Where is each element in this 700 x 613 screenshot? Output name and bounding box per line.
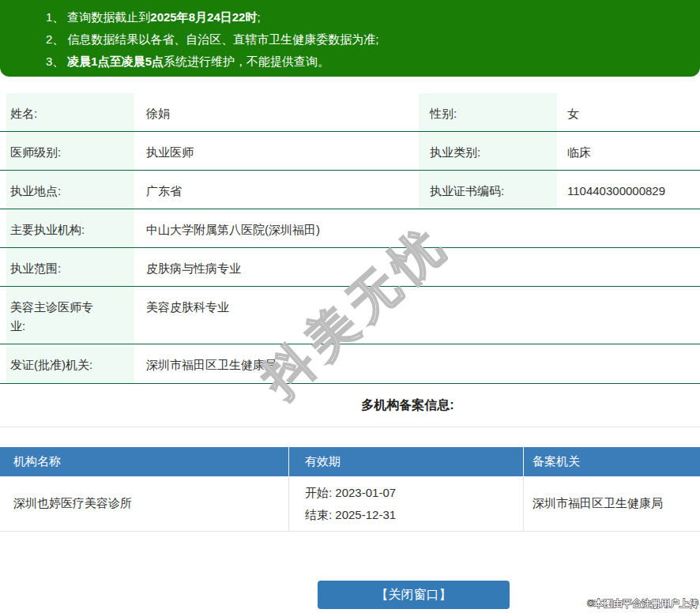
field-value-name: 徐娟 bbox=[134, 93, 419, 131]
notice-text-bold: 凌晨1点至凌晨5点 bbox=[67, 55, 164, 68]
license-query-result-page: 1、查询数据截止到2025年8月24日22时; 2、信息数据结果以各省、自治区、… bbox=[0, 0, 700, 613]
doctor-info-table: 姓名: 徐娟 性别: 女 医师级别: 执业医师 执业类别: 临床 执业地点: 广… bbox=[0, 93, 700, 384]
notice-number: 1、 bbox=[46, 10, 64, 24]
notice-text-tail: ; bbox=[257, 10, 260, 24]
field-value-certificate-number: 110440300000829 bbox=[557, 171, 700, 209]
notice-text-tail: 系统进行维护，不能提供查询。 bbox=[164, 55, 329, 68]
table-row: 主要执业机构: 中山大学附属第八医院(深圳福田) bbox=[0, 209, 700, 248]
table-row: 医师级别: 执业医师 执业类别: 临床 bbox=[0, 132, 700, 171]
field-value-gender: 女 bbox=[557, 93, 700, 131]
table-row: 深圳也婷医疗美容诊所 开始: 2023-01-07 结束: 2025-12-31… bbox=[0, 476, 700, 532]
field-label-main-institution: 主要执业机构: bbox=[0, 209, 134, 247]
notice-line-1: 1、查询数据截止到2025年8月24日22时; bbox=[46, 6, 684, 28]
field-label-doctor-level: 医师级别: bbox=[0, 132, 134, 170]
multi-institution-section-title: 多机构备案信息: bbox=[0, 397, 700, 414]
upload-credit-stamp: ©本图由平台注册用户上传 bbox=[587, 597, 698, 611]
field-value-practice-scope: 皮肤病与性病专业 bbox=[134, 248, 700, 286]
cell-institution-name: 深圳也婷医疗美容诊所 bbox=[0, 496, 288, 511]
field-label-issuing-authority: 发证(批准)机关: bbox=[0, 344, 134, 383]
field-label-practice-location: 执业地点: bbox=[0, 171, 134, 209]
notice-text: 信息数据结果以各省、自治区、直辖市卫生健康委数据为准; bbox=[67, 32, 378, 46]
notice-text: 查询数据截止到 bbox=[67, 10, 150, 24]
field-value-doctor-level: 执业医师 bbox=[134, 132, 419, 170]
notice-banner: 1、查询数据截止到2025年8月24日22时; 2、信息数据结果以各省、自治区、… bbox=[0, 0, 700, 77]
cell-validity-period: 开始: 2023-01-07 结束: 2025-12-31 bbox=[288, 476, 523, 531]
field-value-practice-category: 临床 bbox=[557, 132, 700, 170]
field-label-gender: 性别: bbox=[419, 93, 557, 131]
field-value-cosmetic-specialty: 美容皮肤科专业 bbox=[134, 287, 700, 344]
cell-filing-authority: 深圳市福田区卫生健康局 bbox=[523, 476, 700, 531]
field-label-cosmetic-specialty: 美容主诊医师专业: bbox=[0, 287, 134, 344]
field-label-certificate-number: 执业证书编码: bbox=[419, 171, 557, 209]
field-value-issuing-authority: 深圳市福田区卫生健康局 bbox=[134, 344, 700, 383]
validity-end-date: 结束: 2025-12-31 bbox=[305, 504, 523, 526]
filing-table-container: 机构名称 有效期 备案机关 深圳也婷医疗美容诊所 开始: 2023-01-07 … bbox=[0, 427, 700, 532]
table-row: 执业范围: 皮肤病与性病专业 bbox=[0, 248, 700, 287]
column-header-validity-period: 有效期 bbox=[288, 447, 523, 476]
notice-number: 3、 bbox=[46, 55, 64, 68]
table-row: 姓名: 徐娟 性别: 女 bbox=[0, 93, 700, 132]
column-header-filing-authority: 备案机关 bbox=[523, 447, 700, 476]
table-row: 执业地点: 广东省 执业证书编码: 110440300000829 bbox=[0, 171, 700, 209]
field-label-practice-category: 执业类别: bbox=[419, 132, 557, 170]
field-label-practice-scope: 执业范围: bbox=[0, 248, 134, 286]
notice-text-bold: 2025年8月24日22时 bbox=[150, 10, 257, 24]
filing-table-header-row: 机构名称 有效期 备案机关 bbox=[0, 447, 700, 476]
field-label-name: 姓名: bbox=[0, 93, 134, 131]
close-window-button[interactable]: 【关闭窗口】 bbox=[318, 581, 510, 609]
filing-table: 机构名称 有效期 备案机关 深圳也婷医疗美容诊所 开始: 2023-01-07 … bbox=[0, 447, 700, 532]
table-row: 发证(批准)机关: 深圳市福田区卫生健康局 bbox=[0, 344, 700, 384]
column-header-institution-name: 机构名称 bbox=[0, 454, 288, 469]
notice-number: 2、 bbox=[46, 32, 64, 46]
field-value-main-institution: 中山大学附属第八医院(深圳福田) bbox=[134, 209, 700, 247]
table-row: 美容主诊医师专业: 美容皮肤科专业 bbox=[0, 287, 700, 344]
notice-line-2: 2、信息数据结果以各省、自治区、直辖市卫生健康委数据为准; bbox=[46, 28, 684, 51]
notice-line-3: 3、凌晨1点至凌晨5点系统进行维护，不能提供查询。 bbox=[46, 51, 684, 73]
validity-start-date: 开始: 2023-01-07 bbox=[305, 482, 523, 504]
field-value-practice-location: 广东省 bbox=[134, 171, 419, 209]
